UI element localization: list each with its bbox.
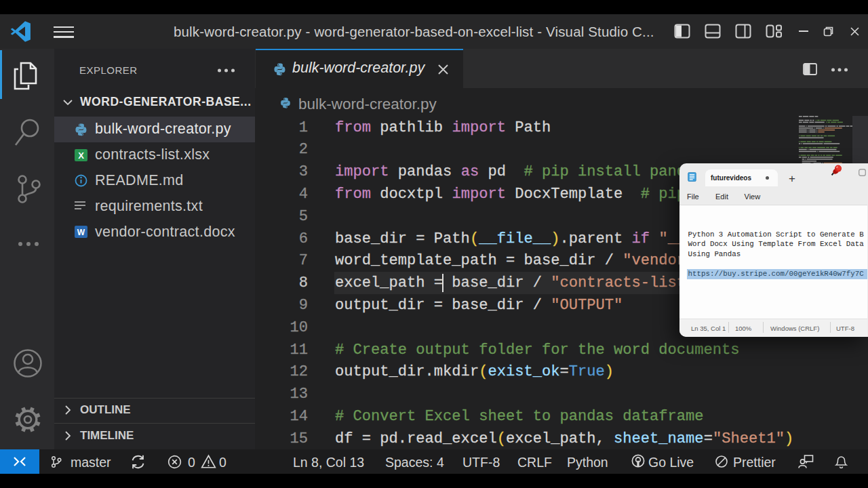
svg-text:X: X [78, 150, 84, 161]
svg-text:W: W [77, 228, 85, 237]
